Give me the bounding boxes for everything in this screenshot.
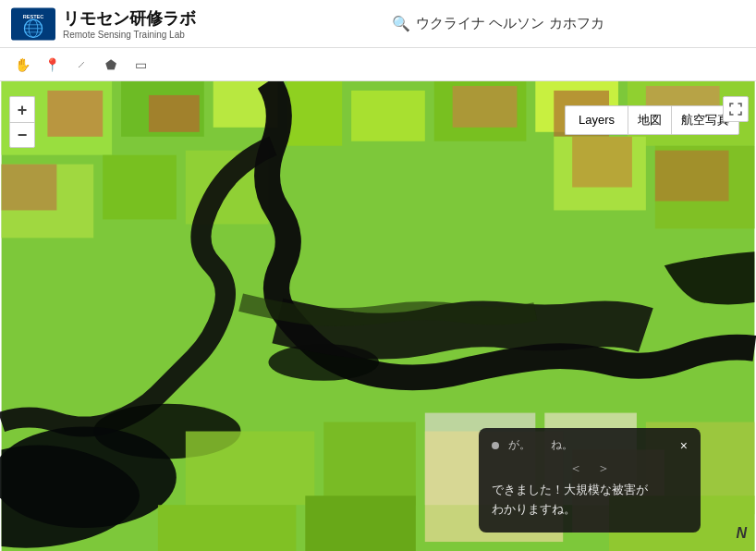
svg-rect-39 <box>158 505 296 551</box>
svg-text:RESTEC: RESTEC <box>23 13 44 18</box>
toolbar: ✋ 📍 ⟋ ⬟ ▭ Layers 地図 航空写真 <box>0 48 756 81</box>
logo-text: リモセン研修ラボ Remote Sensing Training Lab <box>63 7 196 40</box>
svg-rect-11 <box>287 81 342 146</box>
svg-rect-12 <box>351 91 425 141</box>
chat-dot-1 <box>492 442 499 449</box>
north-indicator: N <box>736 525 747 542</box>
chat-nav: ＜ ＞ <box>492 460 688 477</box>
svg-rect-40 <box>305 496 416 551</box>
chat-message: できました！大規模な被害が わかりますね。 <box>492 481 688 520</box>
logo-subtitle: Remote Sensing Training Lab <box>63 30 196 40</box>
chat-dot-label: が。 <box>508 437 530 453</box>
chat-prev-button[interactable]: ＜ <box>569 460 582 477</box>
svg-rect-0 <box>11 7 55 40</box>
zoom-out-button[interactable]: − <box>9 122 35 148</box>
chat-line1: できました！大規模な被害が <box>492 483 648 496</box>
svg-rect-16 <box>47 91 103 137</box>
restec-logo-icon: RESTEC <box>11 7 55 41</box>
chat-dots: が。 ね。 <box>492 437 573 453</box>
svg-rect-33 <box>323 422 416 506</box>
chat-dot-label2: ね。 <box>551 437 573 453</box>
logo-title: リモセン研修ラボ <box>63 7 196 30</box>
layers-button[interactable]: Layers <box>565 105 628 135</box>
search-area[interactable]: 🔍 ウクライナ ヘルソン カホフカ <box>251 15 745 32</box>
logo-area: RESTEC リモセン研修ラボ Remote Sensing Training … <box>11 7 251 41</box>
map-area[interactable]: + − N が。 ね。 × ＜ ＞ できました！大規模な被害が わかりますね。 <box>0 81 756 551</box>
chat-line2: わかりますね。 <box>492 502 576 516</box>
svg-rect-32 <box>186 432 314 506</box>
app-header: RESTEC リモセン研修ラボ Remote Sensing Training … <box>0 0 756 48</box>
pin-tool-button[interactable]: 📍 <box>39 52 65 78</box>
svg-rect-18 <box>453 86 518 128</box>
rectangle-tool-button[interactable]: ▭ <box>128 52 153 78</box>
polygon-tool-button[interactable]: ⬟ <box>98 52 124 78</box>
chat-popup-header: が。 ね。 × <box>492 437 688 453</box>
zoom-in-button[interactable]: + <box>9 96 35 122</box>
zoom-controls[interactable]: + − <box>9 96 35 148</box>
svg-rect-28 <box>655 151 729 202</box>
svg-rect-26 <box>2 165 57 211</box>
svg-rect-27 <box>572 137 632 188</box>
chat-close-button[interactable]: × <box>680 439 688 452</box>
fullscreen-button[interactable] <box>723 96 749 122</box>
map-type-button[interactable]: 地図 <box>628 105 671 135</box>
line-tool-button[interactable]: ⟋ <box>68 52 94 78</box>
map-type-controls: Layers 地図 航空写真 <box>565 105 739 135</box>
chat-next-button[interactable]: ＞ <box>597 460 610 477</box>
fullscreen-icon <box>729 103 742 116</box>
svg-rect-17 <box>149 95 200 132</box>
svg-rect-22 <box>103 155 177 220</box>
search-icon: 🔍 <box>392 15 410 32</box>
search-query-text: ウクライナ ヘルソン カホフカ <box>416 15 604 32</box>
pan-tool-button[interactable]: ✋ <box>9 52 35 78</box>
chat-popup: が。 ね。 × ＜ ＞ できました！大規模な被害が わかりますね。 <box>479 428 701 533</box>
